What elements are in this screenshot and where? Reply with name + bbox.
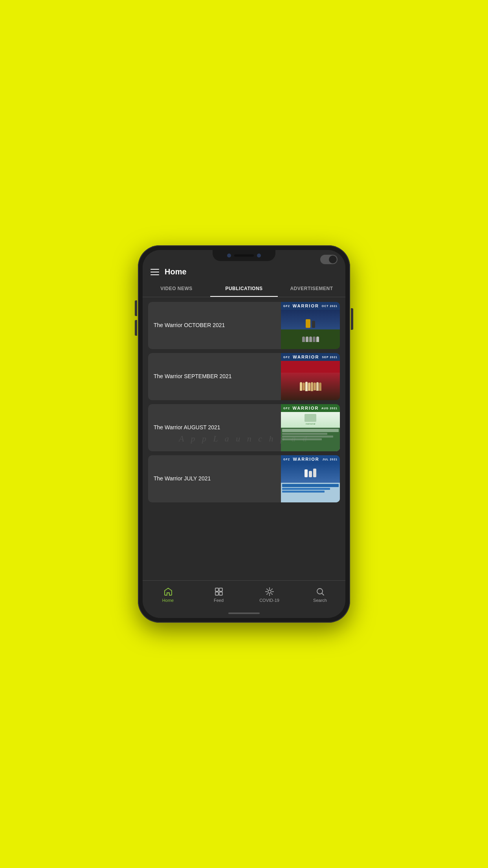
publication-title: The Warrior SEPTEMBER 2021 — [148, 353, 281, 400]
publications-list: A p p L a u n c h p a d The Warrior OCTO… — [143, 297, 345, 580]
mag-header: GFZ WARRIOR AUG 2021 — [281, 404, 340, 412]
publication-title: The Warrior AUGUST 2021 — [148, 404, 281, 451]
publication-title: The Warrior OCTOBER 2021 — [148, 302, 281, 349]
page-title: Home — [165, 267, 338, 276]
tab-publications[interactable]: PUBLICATIONS — [210, 281, 278, 297]
nav-search[interactable]: Search — [295, 584, 345, 606]
search-icon — [316, 587, 325, 596]
feed-icon — [214, 587, 224, 596]
svg-line-14 — [322, 593, 324, 595]
publication-title: The Warrior JULY 2021 — [148, 455, 281, 502]
speaker — [234, 254, 254, 257]
nav-feed-label: Feed — [214, 598, 224, 603]
dark-mode-toggle[interactable] — [320, 255, 338, 264]
mag-header: GFZ WARRIOR OCT 2021 — [281, 302, 340, 310]
sensor — [257, 254, 261, 257]
list-item[interactable]: The Warrior OCTOBER 2021 GFZ WARRIOR OCT… — [148, 302, 340, 349]
mag-header: GFZ WARRIOR JUL 2021 — [281, 455, 340, 463]
svg-line-9 — [266, 588, 267, 589]
svg-rect-2 — [215, 592, 218, 595]
svg-rect-0 — [215, 588, 218, 591]
publication-thumbnail: GFZ WARRIOR JUL 2021 — [281, 455, 340, 502]
menu-button[interactable] — [150, 269, 159, 275]
nav-covid19-label: COVID-19 — [259, 598, 279, 603]
home-bar — [228, 612, 260, 614]
tab-bar: VIDEO NEWS PUBLICATIONS ADVERTISEMENT — [143, 281, 345, 297]
nav-feed[interactable]: Feed — [193, 584, 244, 606]
nav-home[interactable]: Home — [143, 584, 193, 606]
list-item[interactable]: The Warrior JULY 2021 GFZ WARRIOR JUL 20… — [148, 455, 340, 502]
svg-point-4 — [268, 590, 271, 593]
mag-header: GFZ WARRIOR SEP 2021 — [281, 353, 340, 361]
publication-thumbnail: GFZ WARRIOR SEP 2021 — [281, 353, 340, 400]
svg-rect-3 — [219, 592, 222, 595]
nav-search-label: Search — [313, 598, 327, 603]
front-camera — [227, 254, 231, 257]
list-item[interactable]: The Warrior SEPTEMBER 2021 GFZ WARRIOR S… — [148, 353, 340, 400]
tab-video-news[interactable]: VIDEO NEWS — [143, 281, 210, 297]
notch — [213, 250, 275, 261]
publication-thumbnail: GFZ WARRIOR AUG 2021 memorial — [281, 404, 340, 451]
svg-line-10 — [271, 593, 272, 594]
svg-line-12 — [266, 593, 267, 594]
nav-home-label: Home — [162, 598, 174, 603]
header: Home — [143, 267, 345, 281]
nav-covid19[interactable]: COVID-19 — [244, 584, 295, 606]
svg-rect-1 — [219, 588, 222, 591]
home-icon — [163, 587, 173, 596]
tab-advertisement[interactable]: ADVERTISEMENT — [278, 281, 345, 297]
list-item[interactable]: The Warrior AUGUST 2021 GFZ WARRIOR AUG … — [148, 404, 340, 451]
svg-line-11 — [271, 588, 272, 589]
home-indicator — [143, 609, 345, 618]
covid-icon — [265, 587, 274, 596]
bottom-navigation: Home Feed — [143, 580, 345, 609]
publication-thumbnail: GFZ WARRIOR OCT 2021 — [281, 302, 340, 349]
